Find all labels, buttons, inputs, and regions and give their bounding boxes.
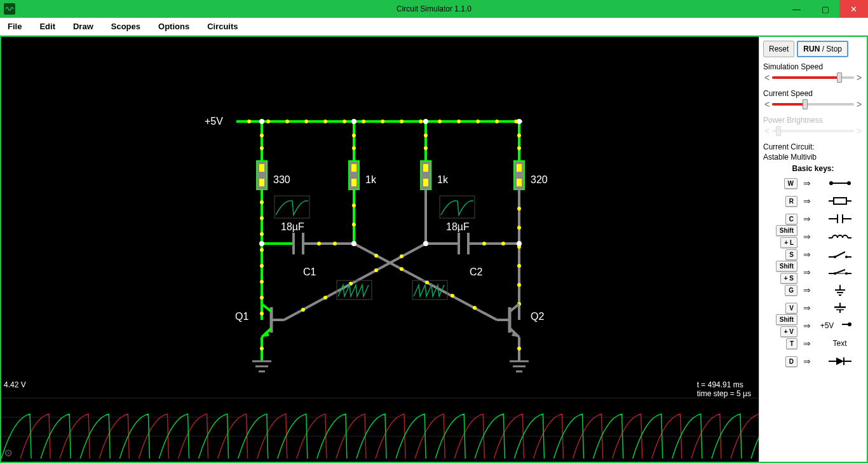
- run-stop-button[interactable]: RUN / Stop: [797, 41, 848, 57]
- svg-point-9: [400, 120, 403, 123]
- minimize-button[interactable]: —: [782, 0, 811, 18]
- svg-point-99: [260, 347, 264, 350]
- svg-point-8: [381, 120, 384, 123]
- key-row-wire[interactable]: W⇒: [763, 176, 863, 191]
- circuit-svg: +5V 330 1k: [1, 37, 759, 393]
- resistor-icon: [817, 195, 863, 207]
- menu-edit[interactable]: Edit: [39, 22, 55, 31]
- svg-point-70: [317, 242, 321, 245]
- arrow-icon: ⇒: [801, 214, 813, 224]
- key-badge: W: [784, 178, 797, 189]
- svg-point-6: [342, 120, 346, 123]
- svg-point-1: [247, 120, 251, 123]
- svg-line-143: [835, 252, 845, 257]
- scope-wave: [1, 379, 759, 462]
- mini-scope-1: [275, 196, 309, 218]
- menu-file[interactable]: File: [8, 22, 22, 31]
- svg-point-39: [352, 146, 356, 150]
- key-row-voltage[interactable]: V⇒: [763, 300, 863, 315]
- svg-point-119: [351, 241, 356, 246]
- arrow-icon: ⇒: [801, 356, 813, 366]
- svg-point-30: [260, 296, 264, 300]
- arrow-right-icon[interactable]: >: [855, 73, 863, 83]
- svg-point-83: [400, 267, 403, 271]
- titlebar: Circuit Simulator 1.1.0 — ▢ ✕: [0, 0, 868, 18]
- scope-time-info: t = 494.91 ms time step = 5 µs: [697, 380, 751, 398]
- app-icon: [4, 3, 15, 15]
- resistor-column-1: 330: [257, 121, 290, 320]
- keys-title: Basic keys:: [763, 164, 863, 173]
- key-row-text[interactable]: T⇒Text: [763, 336, 863, 351]
- svg-point-116: [423, 119, 428, 124]
- svg-line-81: [284, 244, 426, 320]
- svg-point-12: [457, 120, 461, 123]
- svg-point-79: [501, 242, 505, 245]
- key-row-inductor[interactable]: Shift+ L⇒: [763, 229, 863, 244]
- key-badge: + V: [780, 326, 797, 337]
- key-row-vplus[interactable]: Shift+ V⇒+5V: [763, 318, 863, 333]
- key-badge: T: [786, 338, 797, 349]
- svg-point-62: [517, 283, 521, 287]
- slider-sim-speed[interactable]: Simulation Speed < >: [763, 62, 863, 83]
- key-row-ground[interactable]: G⇒: [763, 282, 863, 298]
- arrow-right-icon: >: [855, 126, 863, 136]
- svg-point-10: [419, 120, 423, 123]
- arrow-icon: ⇒: [801, 338, 813, 349]
- key-row-diode[interactable]: D⇒: [763, 354, 863, 369]
- svg-point-91: [301, 308, 305, 312]
- slider-current-speed[interactable]: Current Speed < >: [763, 89, 863, 109]
- key-row-resistor[interactable]: R⇒: [763, 193, 863, 209]
- svg-point-58: [517, 207, 521, 211]
- gear-icon[interactable]: ⚙: [4, 447, 13, 459]
- svg-point-27: [260, 248, 264, 252]
- switch-open-icon: [817, 248, 863, 261]
- inductor-icon: [817, 230, 863, 243]
- reset-button[interactable]: Reset: [763, 41, 794, 57]
- menu-circuits[interactable]: Circuits: [207, 22, 238, 31]
- svg-rect-123: [440, 196, 475, 218]
- menu-draw[interactable]: Draw: [73, 22, 93, 31]
- switch-closed-icon: [817, 266, 863, 279]
- key-row-capacitor[interactable]: C⇒: [763, 211, 863, 226]
- svg-point-25: [260, 216, 264, 220]
- window-controls: — ▢ ✕: [782, 0, 868, 18]
- maximize-button[interactable]: ▢: [811, 0, 839, 18]
- transistor-q1: Q1: [235, 304, 284, 371]
- svg-rect-34: [351, 164, 356, 172]
- svg-point-59: [517, 226, 521, 230]
- crossover: [284, 244, 497, 320]
- svg-point-23: [260, 146, 264, 150]
- key-row-switch-closed[interactable]: Shift+ S⇒: [763, 265, 863, 280]
- menu-scopes[interactable]: Scopes: [111, 22, 140, 31]
- menu-options[interactable]: Options: [158, 22, 189, 31]
- arrow-right-icon[interactable]: >: [855, 99, 863, 109]
- svg-point-41: [352, 223, 356, 226]
- key-badge: + S: [780, 273, 797, 284]
- slider-power-brightness: Power Brightness < >: [763, 116, 863, 136]
- key-row-switch-open[interactable]: S⇒: [763, 247, 863, 262]
- arrow-left-icon[interactable]: <: [763, 73, 771, 83]
- oscilloscope[interactable]: 4.42 V t = 494.91 ms time step = 5 µs ⚙: [1, 379, 759, 462]
- canvas[interactable]: +5V 330 1k: [0, 36, 759, 463]
- svg-rect-18: [259, 164, 264, 172]
- svg-point-131: [847, 181, 851, 185]
- svg-point-121: [517, 241, 522, 246]
- arrow-icon: ⇒: [801, 232, 813, 242]
- arrow-left-icon[interactable]: <: [763, 99, 771, 109]
- key-badge: Shift: [776, 261, 797, 272]
- key-badge: + L: [780, 237, 797, 248]
- sidebar: Reset RUN / Stop Simulation Speed < > Cu…: [759, 36, 868, 463]
- window-title: Circuit Simulator 1.1.0: [397, 4, 471, 13]
- svg-point-117: [517, 119, 522, 124]
- close-button[interactable]: ✕: [839, 0, 868, 18]
- mini-scope-2: [440, 196, 475, 218]
- svg-text:Q1: Q1: [235, 311, 248, 322]
- svg-point-5: [323, 120, 327, 123]
- diode-icon: [817, 355, 863, 368]
- arrow-left-icon: <: [763, 126, 771, 136]
- svg-text:320: 320: [531, 174, 548, 185]
- ground-icon: [817, 284, 863, 296]
- svg-line-148: [835, 270, 845, 273]
- arrow-icon: ⇒: [801, 249, 813, 259]
- key-badge: G: [785, 285, 797, 296]
